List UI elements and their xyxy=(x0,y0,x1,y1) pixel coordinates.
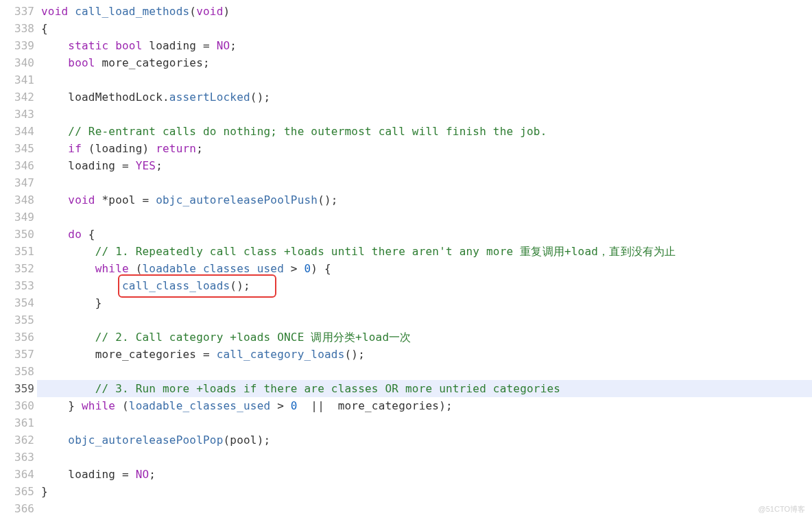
line-number: 347 xyxy=(0,174,34,191)
line-number: 341 xyxy=(0,71,34,88)
code-token: objc_autoreleasePoolPush xyxy=(156,193,318,206)
code-line[interactable]: } xyxy=(41,483,812,500)
code-token: bool xyxy=(115,39,149,52)
code-line[interactable] xyxy=(41,414,812,431)
code-token: loadable_classes_used xyxy=(129,399,271,412)
code-line[interactable]: // 2. Call category +loads ONCE 调用分类+loa… xyxy=(41,329,812,346)
code-token: void xyxy=(68,193,102,206)
code-line[interactable] xyxy=(41,209,812,226)
code-token: while xyxy=(82,399,122,412)
line-number: 349 xyxy=(0,209,34,226)
line-number-gutter: 3373383393403413423433443453463473483493… xyxy=(0,3,41,517)
code-line[interactable]: objc_autoreleasePoolPop(pool); xyxy=(41,431,812,449)
line-number: 348 xyxy=(0,191,34,209)
code-token: ) { xyxy=(311,262,331,275)
code-token: void xyxy=(41,5,75,18)
code-token: } xyxy=(95,296,102,309)
code-token: ) xyxy=(224,5,230,18)
code-line[interactable]: { xyxy=(41,20,812,37)
code-token: while xyxy=(95,262,136,275)
code-token: > xyxy=(270,399,291,412)
line-number: 351 xyxy=(0,243,34,260)
code-token: (loading) xyxy=(88,142,156,155)
code-line[interactable]: void *pool = objc_autoreleasePoolPush(); xyxy=(41,191,812,209)
code-token: call_load_methods xyxy=(75,5,189,18)
line-number: 359 xyxy=(0,380,34,397)
code-token: return xyxy=(156,142,196,155)
code-token: void xyxy=(196,5,223,18)
code-line[interactable]: } xyxy=(41,294,812,311)
code-token: { xyxy=(41,22,48,35)
line-number: 365 xyxy=(0,483,34,500)
line-number: 361 xyxy=(0,414,34,431)
line-number: 354 xyxy=(0,294,34,311)
code-editor: 3373383393403413423433443453463473483493… xyxy=(0,0,812,517)
code-token: NO xyxy=(217,39,230,52)
code-token: loading = xyxy=(149,39,216,52)
code-line[interactable]: more_categories = call_category_loads(); xyxy=(41,346,812,363)
code-token: if xyxy=(68,142,88,155)
code-token: { xyxy=(88,228,95,241)
code-line[interactable]: bool more_categories; xyxy=(41,54,812,71)
code-token: bool xyxy=(68,56,102,69)
code-line[interactable] xyxy=(41,106,812,123)
watermark: @51CTO博客 xyxy=(759,501,805,518)
code-token: // Re-entrant calls do nothing; the oute… xyxy=(68,125,547,138)
code-area[interactable]: void call_load_methods(void){ static boo… xyxy=(41,3,812,517)
code-token: assertLocked xyxy=(169,91,250,104)
code-line[interactable] xyxy=(41,363,812,380)
code-line[interactable]: loading = NO; xyxy=(41,466,812,483)
line-number: 338 xyxy=(0,20,34,37)
code-token: 0 xyxy=(291,399,298,412)
line-number: 366 xyxy=(0,500,34,517)
code-line[interactable]: } while (loadable_classes_used > 0 || mo… xyxy=(41,397,812,414)
code-line[interactable]: loadMethodLock.assertLocked(); xyxy=(41,88,812,106)
line-number: 343 xyxy=(0,106,34,123)
code-token: call_category_loads xyxy=(217,348,345,361)
code-line[interactable]: loading = YES; xyxy=(41,157,812,174)
code-token: > xyxy=(284,262,304,275)
code-line[interactable]: do { xyxy=(41,226,812,243)
code-token: objc_autoreleasePoolPop xyxy=(68,434,223,447)
line-number: 344 xyxy=(0,123,34,140)
line-number: 350 xyxy=(0,226,34,243)
line-number: 360 xyxy=(0,397,34,414)
code-line[interactable]: call_class_loads(); xyxy=(41,277,812,294)
code-line[interactable]: if (loading) return; xyxy=(41,140,812,157)
code-line[interactable] xyxy=(41,311,812,329)
code-token: ; xyxy=(196,142,203,155)
code-token: loading = xyxy=(68,468,135,481)
code-token: YES xyxy=(136,159,156,172)
code-token: (); xyxy=(250,91,271,104)
code-token: call_class_loads xyxy=(122,279,230,292)
code-line[interactable]: // 3. Run more +loads if there are class… xyxy=(37,380,812,397)
line-number: 357 xyxy=(0,346,34,363)
code-line[interactable] xyxy=(41,71,812,88)
code-token: (); xyxy=(345,348,366,361)
code-line[interactable] xyxy=(41,500,812,517)
code-token: (); xyxy=(230,279,250,292)
code-token: ; xyxy=(230,39,237,52)
code-line[interactable] xyxy=(41,449,812,466)
code-token: } xyxy=(68,399,82,412)
code-token: || more_categories); xyxy=(298,399,453,412)
code-line[interactable]: // Re-entrant calls do nothing; the oute… xyxy=(41,123,812,140)
line-number: 356 xyxy=(0,329,34,346)
code-line[interactable] xyxy=(41,174,812,191)
code-token: more_categories; xyxy=(102,56,210,69)
code-token: ; xyxy=(149,468,156,481)
code-token: // 3. Run more +loads if there are class… xyxy=(95,382,560,395)
line-number: 340 xyxy=(0,54,34,71)
code-line[interactable]: void call_load_methods(void) xyxy=(41,3,812,20)
line-number: 364 xyxy=(0,466,34,483)
line-number: 345 xyxy=(0,140,34,157)
code-line[interactable]: // 1. Repeatedly call class +loads until… xyxy=(41,243,812,260)
code-token: static xyxy=(68,39,115,52)
code-line[interactable]: while (loadable_classes_used > 0) { xyxy=(41,260,812,277)
code-token: do xyxy=(68,228,88,241)
code-token: (pool); xyxy=(224,434,271,447)
code-line[interactable]: static bool loading = NO; xyxy=(41,37,812,54)
code-token: more_categories = xyxy=(95,348,217,361)
code-token: ( xyxy=(122,399,129,412)
line-number: 353 xyxy=(0,277,34,294)
